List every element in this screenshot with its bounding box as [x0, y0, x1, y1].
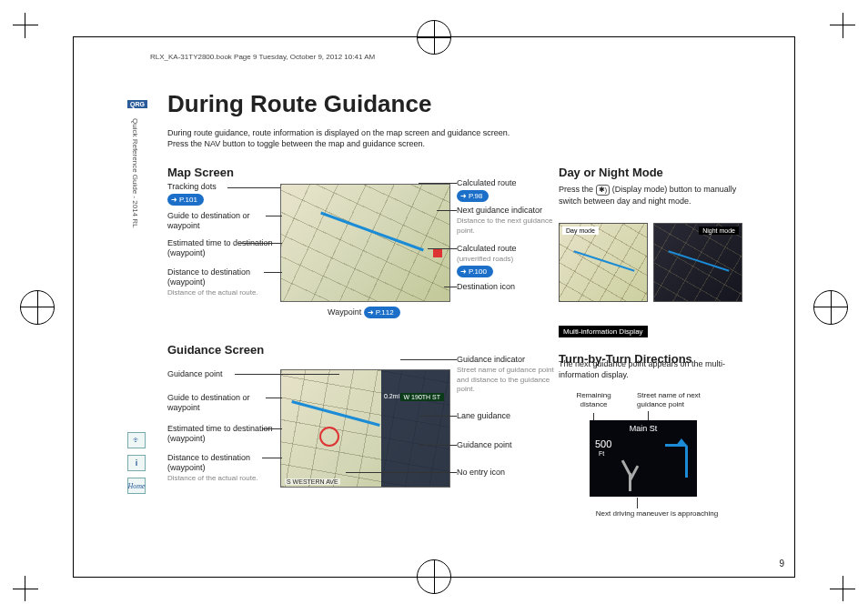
day-mode-map: Day mode — [559, 223, 648, 302]
callout-guide-dest2: Guide to destination or waypoint — [167, 393, 277, 413]
intro-text: During route guidance, route information… — [167, 127, 550, 149]
day-night-maps: Day mode Night mode — [559, 223, 742, 302]
voice-icon: ᯤ — [127, 432, 146, 448]
callout-distance: Distance to destination (waypoint)Distan… — [167, 267, 277, 297]
info-icon: i — [127, 455, 146, 471]
display-mode-button-icon: ✱) — [596, 185, 611, 196]
running-header: RLX_KA-31TY2800.book Page 9 Tuesday, Oct… — [150, 53, 375, 61]
guidance-street: W 190TH ST — [400, 393, 444, 401]
callout-tracking-dots: Tracking dotsP.101 — [167, 182, 277, 206]
callout-calc-route: Calculated routeP.98 — [457, 178, 557, 202]
day-night-text: Press the ✱) (Display mode) button to ma… — [559, 184, 741, 206]
callout-dest-icon: Destination icon — [457, 282, 557, 292]
turn-by-turn-text: The next guidance point appears on the m… — [559, 358, 736, 380]
annot-next-maneuver: Next driving maneuver is approaching — [570, 509, 743, 518]
multi-info-display-badge: Multi-information Display — [559, 326, 648, 337]
night-mode-map: Night mode — [653, 223, 742, 302]
annot-remaining-dist: Remaining distance — [569, 391, 619, 408]
day-night-heading: Day or Night Mode — [559, 166, 741, 179]
map-screen-heading: Map Screen — [167, 166, 459, 179]
page-title: During Route Guidance — [167, 90, 431, 118]
multi-info-display: Main St 500 Ft — [590, 420, 697, 497]
map-screen-image — [280, 184, 450, 302]
callout-guidance-indicator: Guidance indicatorStreet name of guidanc… — [457, 355, 557, 394]
callout-eta: Estimated time to destination (waypoint) — [167, 238, 277, 258]
callout-distance2: Distance to destination (waypoint)Distan… — [167, 453, 277, 482]
day-mode-label: Day mode — [562, 226, 599, 235]
callout-eta2: Estimated time to destination (waypoint) — [167, 424, 277, 444]
intro-line2: Press the NAV button to toggle between t… — [167, 139, 425, 148]
callout-guide-dest: Guide to destination or waypoint — [167, 211, 277, 231]
guidance-screen-heading: Guidance Screen — [167, 343, 264, 357]
callout-guidance-point-r: Guidance point — [457, 440, 557, 450]
qrg-badge: QRG — [127, 100, 147, 108]
callout-unverified: Calculated route(unverified roads)P.100 — [457, 244, 557, 277]
mfd-distance-number: 500 — [595, 438, 611, 449]
callout-no-entry: No entry icon — [457, 468, 557, 478]
page-ref-98[interactable]: P.98 — [457, 190, 489, 202]
waypoint-label: Waypoint P.112 — [328, 305, 400, 318]
annot-street-next: Street name of next guidance point — [637, 391, 728, 408]
mfd-distance-unit: Ft — [599, 450, 604, 457]
page-number: 9 — [779, 559, 784, 569]
intro-line1: During route guidance, route information… — [167, 128, 510, 137]
guidance-dist: 0.2mi — [384, 393, 399, 399]
callout-next-guidance: Next guidance indicatorDistance to the n… — [457, 206, 557, 235]
page-ref-100[interactable]: P.100 — [457, 266, 493, 277]
mfd-street: Main St — [590, 420, 697, 433]
page-ref-101[interactable]: P.101 — [167, 194, 204, 206]
guidance-screen-image: W 190TH ST 0.2mi S WESTERN AVE — [280, 369, 450, 488]
night-mode-label: Night mode — [699, 226, 739, 235]
page-ref-112[interactable]: P.112 — [364, 307, 400, 318]
guidance-bottom-street: S WESTERN AVE — [285, 478, 340, 485]
callout-lane-guidance: Lane guidance — [457, 411, 557, 421]
home-icon: Home — [127, 478, 146, 494]
turn-arrow-icon — [665, 444, 688, 478]
sidebar-vertical-text: Quick Reference Guide - 2014 RL — [131, 118, 139, 228]
